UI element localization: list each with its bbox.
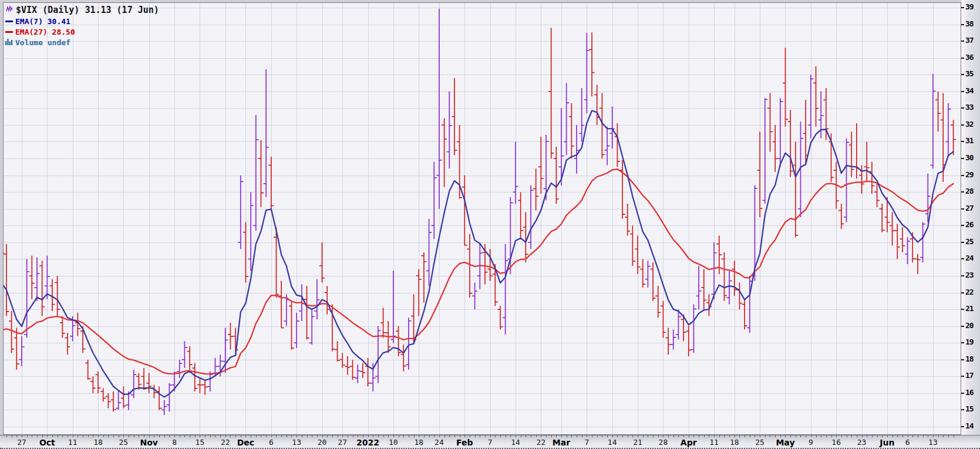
date-axis-day-tick [877, 436, 878, 437]
price-axis-label: 25 [965, 237, 974, 246]
price-axis-tick [961, 7, 964, 8]
price-axis-label: 30 [965, 153, 974, 162]
ohlc-bar [111, 391, 116, 411]
date-axis-label: 27 [338, 438, 347, 447]
date-axis-label: 7 [584, 438, 589, 447]
date-axis-day-tick [184, 436, 185, 437]
date-axis-day-tick [6, 436, 7, 437]
date-axis-label: 11 [68, 438, 78, 447]
date-axis-day-tick [683, 436, 684, 437]
price-axis-tick [961, 74, 964, 75]
price-axis-tick [961, 225, 964, 226]
ohlc-bar [518, 192, 523, 239]
price-axis-label: 37 [965, 36, 974, 45]
date-axis-day-tick [704, 436, 705, 437]
date-axis-day-tick [180, 436, 180, 437]
price-axis-label: 15 [965, 404, 974, 413]
date-axis-label: 18 [730, 438, 739, 447]
date-axis-day-tick [174, 436, 175, 437]
date-axis-day-tick [750, 436, 750, 437]
date-axis-day-tick [551, 436, 552, 437]
sharpchart-icon [5, 5, 14, 15]
ohlc-bar [401, 345, 406, 372]
ohlc-bar [457, 125, 462, 199]
price-axis-tick [961, 242, 964, 243]
date-axis-day-tick [790, 436, 791, 437]
price-axis-tick [961, 426, 964, 427]
date-axis-day-tick [867, 436, 867, 437]
ohlc-bar [905, 237, 910, 264]
ohlc-bar [696, 266, 702, 309]
ohlc-bar [620, 160, 625, 219]
date-axis-day-tick [419, 436, 419, 437]
date-axis-day-tick [429, 436, 430, 437]
date-axis-day-tick [307, 436, 308, 437]
date-axis-day-tick [902, 436, 903, 437]
date-axis-day-tick [424, 436, 425, 437]
date-axis-day-tick [373, 436, 373, 437]
ohlc-bar [569, 103, 574, 158]
date-axis-day-tick [22, 436, 22, 437]
ohlc-bar [203, 380, 208, 395]
ohlc-bar [691, 305, 696, 353]
date-axis-day-tick [123, 436, 124, 437]
date-axis-label: 18 [93, 438, 103, 447]
price-axis-tick [961, 24, 964, 25]
date-axis-day-tick [27, 436, 28, 437]
ohlc-bar [722, 252, 727, 301]
ohlc-bar [329, 305, 335, 352]
date-axis-day-tick [37, 436, 38, 437]
ohlc-bar [121, 386, 126, 408]
date-axis-day-tick [577, 436, 577, 437]
date-axis-day-tick [673, 436, 674, 437]
date-axis-day-tick [485, 436, 486, 437]
ohlc-bar [609, 107, 615, 148]
date-axis-day-tick [587, 436, 587, 437]
legend-item-ema27: EMA(27) 28.50 [5, 26, 159, 37]
date-axis-day-tick [47, 436, 48, 437]
date-axis-day-tick [322, 436, 323, 437]
ohlc-bar [258, 140, 264, 207]
date-axis-day-tick [317, 436, 318, 437]
date-axis-label: 8 [172, 438, 177, 447]
ohlc-bar [941, 93, 946, 182]
ohlc-bar [640, 259, 645, 288]
date-axis-day-tick [658, 436, 659, 437]
date-axis-label: Dec [237, 438, 254, 447]
date-axis-day-tick [475, 436, 476, 437]
ohlc-chart-canvas[interactable] [4, 3, 961, 434]
price-plot-area[interactable]: $VIX (Daily) 31.13 (17 Jun) EMA(7) 30.41… [3, 2, 961, 435]
date-axis-day-tick [561, 436, 562, 437]
date-axis-day-tick [887, 436, 888, 437]
date-axis-day-tick [602, 436, 602, 437]
ohlc-bar [142, 368, 147, 390]
price-axis-label: 35 [965, 69, 974, 78]
date-axis-day-tick [480, 436, 480, 437]
ohlc-bar [849, 131, 854, 177]
date-axis-day-tick [739, 436, 740, 437]
date-axis-day-tick [266, 436, 267, 437]
date-axis-day-tick [73, 436, 73, 437]
date-axis-day-tick [490, 436, 491, 437]
date-axis-day-tick [139, 436, 139, 437]
price-axis-tick [961, 175, 964, 176]
price-axis-tick [961, 309, 964, 310]
ohlc-bar [686, 326, 691, 356]
date-axis-day-tick [383, 436, 384, 437]
date-axis-day-tick [169, 436, 170, 437]
price-axis-label: 26 [965, 220, 974, 229]
price-axis-label: 20 [965, 321, 974, 330]
ohlc-bar [727, 271, 732, 304]
ohlc-bar [182, 341, 187, 368]
date-axis-day-tick [826, 436, 827, 437]
ohlc-bar [319, 242, 325, 283]
date-axis-day-tick [800, 436, 801, 437]
date-axis-day-tick [775, 436, 776, 437]
date-axis-day-tick [765, 436, 766, 437]
date-axis-day-tick [785, 436, 786, 437]
date-axis-day-tick [12, 436, 12, 437]
ohlc-bar [584, 33, 590, 113]
date-axis-day-tick [58, 436, 58, 437]
legend-item-volume: Volume undef [5, 37, 159, 48]
ohlc-bar [60, 316, 65, 338]
